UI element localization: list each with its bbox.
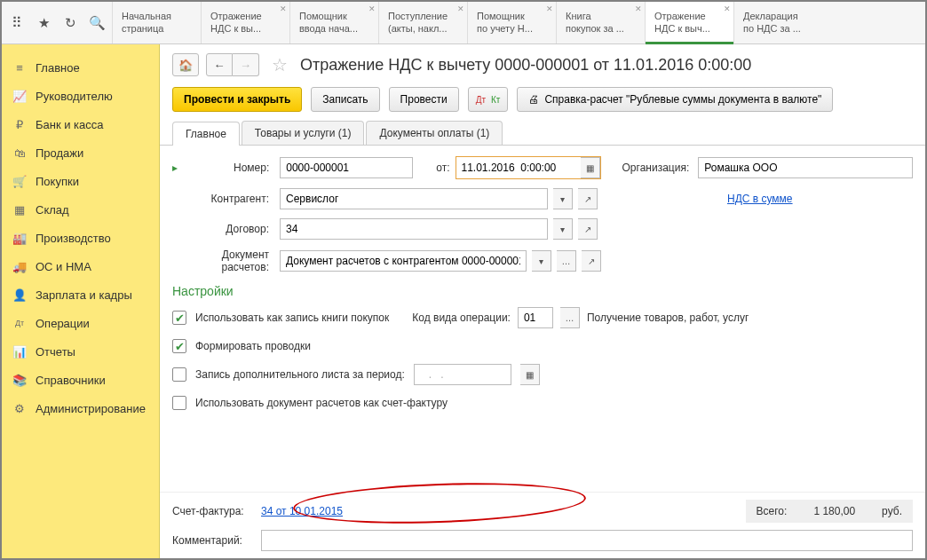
sidebar-item-operations[interactable]: ДтОперации (2, 309, 159, 337)
dropdown-icon[interactable]: ▾ (532, 250, 551, 272)
sidebar-item-catalogs[interactable]: 📚Справочники (2, 366, 159, 394)
vat-mode-link[interactable]: НДС в сумме (727, 193, 793, 205)
sidebar-item-assets[interactable]: 🚚ОС и НМА (2, 252, 159, 280)
number-label: Номер: (193, 162, 274, 174)
sidebar-item-label: Отчеты (36, 345, 75, 359)
sidebar-item-label: Руководителю (36, 90, 113, 103)
dtkt-icon: Дт (12, 316, 27, 330)
sidebar-item-production[interactable]: 🏭Производство (2, 224, 159, 252)
org-input[interactable] (698, 157, 913, 178)
sidebar-item-label: Зарплата и кадры (36, 288, 132, 302)
report-button[interactable]: 🖨Справка-расчет "Рублевые суммы документ… (517, 87, 833, 112)
dtkt-movements-button[interactable]: ДтКт (468, 87, 509, 112)
ctab-payments[interactable]: Документы оплаты (1) (366, 121, 503, 145)
op-code-label: Код вида операции: (412, 312, 511, 324)
chk-purchase-book-label: Использовать как запись книги покупок (195, 312, 389, 324)
post-and-close-button[interactable]: Провести и закрыть (172, 87, 302, 112)
sidebar-item-label: Операции (36, 317, 90, 330)
total-label: Всего: (757, 505, 788, 517)
ruble-icon: ₽ (12, 117, 27, 131)
sidebar-item-reports[interactable]: 📊Отчеты (2, 337, 159, 366)
close-icon[interactable]: ✕ (457, 4, 464, 14)
chk-use-calc-as-invoice[interactable] (172, 396, 186, 410)
cart-icon: 🛒 (12, 174, 27, 188)
open-icon[interactable]: ↗ (582, 250, 601, 272)
favorite-star-icon[interactable]: ☆ (272, 54, 288, 75)
post-button[interactable]: Провести (389, 87, 459, 112)
invoice-link[interactable]: 34 от 10.01.2015 (261, 505, 343, 517)
dropdown-icon[interactable]: ▾ (553, 218, 573, 240)
comment-input[interactable] (261, 530, 913, 551)
tab-vat-declaration[interactable]: Декларацияпо НДС за ... (733, 2, 822, 43)
close-icon[interactable]: ✕ (635, 4, 642, 14)
posted-flag-icon: ▸ (172, 162, 187, 174)
home-button[interactable]: 🏠 (172, 53, 199, 76)
sidebar-item-label: Покупки (36, 175, 79, 188)
contract-input[interactable] (280, 218, 548, 240)
star-icon[interactable]: ★ (34, 13, 53, 33)
forward-button[interactable]: → (233, 53, 259, 76)
close-icon[interactable]: ✕ (280, 4, 287, 14)
calendar-icon[interactable]: ▦ (581, 157, 600, 178)
sidebar-item-purchases[interactable]: 🛒Покупки (2, 167, 159, 195)
open-icon[interactable]: ↗ (578, 218, 598, 240)
bag-icon: 🛍 (12, 146, 27, 160)
settings-heading: Настройки (172, 284, 913, 298)
chk-form-postings[interactable]: ✔ (172, 339, 186, 353)
ellipsis-icon[interactable]: … (557, 250, 576, 272)
sidebar-item-label: Производство (36, 232, 111, 245)
sidebar-item-main[interactable]: ≡Главное (2, 53, 159, 82)
tab-start-page[interactable]: Начальнаястраница (112, 2, 201, 43)
op-code-text: Получение товаров, работ, услуг (587, 312, 749, 324)
factory-icon: 🏭 (12, 231, 27, 245)
chk-additional-sheet[interactable] (172, 367, 186, 382)
counterparty-label: Контрагент: (172, 193, 274, 205)
apps-grid-icon[interactable]: ⠿ (7, 13, 27, 33)
dropdown-icon[interactable]: ▾ (553, 188, 573, 209)
close-icon[interactable]: ✕ (724, 4, 731, 14)
history-icon[interactable]: ↻ (60, 13, 80, 33)
save-button[interactable]: Записать (311, 87, 379, 112)
sidebar-item-bank[interactable]: ₽Банк и касса (2, 110, 159, 138)
search-icon[interactable]: 🔍 (87, 13, 107, 33)
date-input[interactable] (456, 157, 581, 178)
chk-form-postings-label: Формировать проводки (195, 340, 311, 352)
sidebar-item-manager[interactable]: 📈Руководителю (2, 82, 159, 110)
chk-use-calc-as-invoice-label: Использовать документ расчетов как счет-… (195, 397, 448, 409)
close-icon[interactable]: ✕ (546, 4, 553, 14)
person-icon: 👤 (12, 288, 27, 302)
tab-receipt[interactable]: Поступление(акты, накл...✕ (378, 2, 467, 43)
calendar-icon[interactable]: ▦ (520, 364, 540, 385)
op-code-input[interactable] (518, 307, 553, 328)
close-icon[interactable]: ✕ (368, 4, 376, 14)
tab-input-helper[interactable]: Помощникввода нача...✕ (289, 2, 378, 43)
ellipsis-icon[interactable]: … (560, 307, 580, 328)
chk-additional-sheet-label: Запись дополнительного листа за период: (195, 368, 405, 381)
tab-vat-deduct-active[interactable]: ОтражениеНДС к выч...✕ (645, 2, 733, 43)
tab-vat-helper[interactable]: Помощникпо учету Н...✕ (467, 2, 556, 43)
ctab-main[interactable]: Главное (172, 122, 240, 146)
period-input[interactable] (414, 364, 511, 385)
contract-label: Договор: (172, 223, 274, 235)
sidebar-item-warehouse[interactable]: ▦Склад (2, 195, 159, 224)
sidebar-item-label: Склад (36, 203, 69, 217)
tab-purchase-book[interactable]: Книгапокупок за ...✕ (556, 2, 645, 43)
sidebar-item-salary[interactable]: 👤Зарплата и кадры (2, 280, 159, 309)
counterparty-input[interactable] (280, 188, 548, 209)
tab-vat-deduct-1[interactable]: ОтражениеНДС к вы...✕ (201, 2, 289, 43)
total-currency: руб. (882, 505, 902, 517)
books-icon: 📚 (12, 373, 27, 387)
page-title: Отражение НДС к вычету 0000-000001 от 11… (300, 56, 751, 75)
sidebar-item-sales[interactable]: 🛍Продажи (2, 138, 159, 167)
sidebar-item-admin[interactable]: ⚙Администрирование (2, 394, 159, 422)
chk-purchase-book[interactable]: ✔ (172, 311, 186, 325)
open-icon[interactable]: ↗ (578, 188, 598, 209)
ctab-goods[interactable]: Товары и услуги (1) (242, 121, 365, 145)
calc-doc-label: Документ расчетов: (172, 248, 274, 273)
back-button[interactable]: ← (206, 53, 233, 76)
sidebar-item-label: Главное (36, 61, 80, 75)
sidebar-item-label: Администрирование (36, 402, 146, 415)
number-input[interactable] (280, 157, 413, 178)
boxes-icon: ▦ (12, 202, 27, 217)
calc-doc-input[interactable] (280, 250, 527, 272)
